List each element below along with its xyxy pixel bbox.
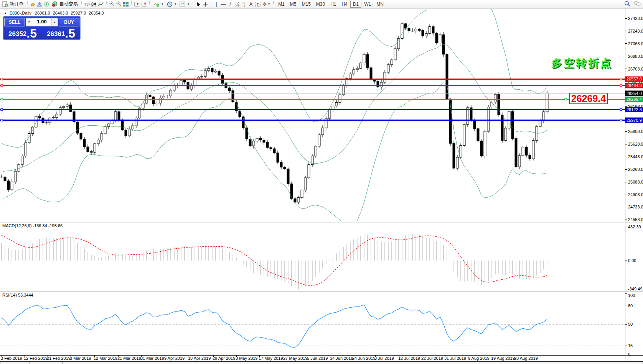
svg-text:27243.0: 27243.0 [628, 29, 643, 33]
mt4-window: { "toolbar": { "new_order_label": "新订单",… [0, 0, 643, 364]
market-watch-icon[interactable] [36, 1, 43, 7]
chart-canvas[interactable]: 27423.027243.027063.026883.026703.026523… [0, 8, 643, 364]
price-callout-box[interactable]: 26269.4 [569, 93, 608, 104]
candlesticks [0, 22, 548, 204]
candlestick-chart-icon[interactable] [91, 1, 97, 7]
svg-text:25808.0: 25808.0 [628, 129, 643, 134]
volume-decrease-button[interactable]: ▼ [26, 18, 32, 26]
svg-text:8 May 2019: 8 May 2019 [236, 356, 257, 361]
svg-text:27 May 2019: 27 May 2019 [283, 356, 308, 361]
svg-text:24 Jun 2019: 24 Jun 2019 [352, 356, 376, 361]
timeframe-button-m5[interactable]: M5 [287, 1, 299, 8]
volume-increase-button[interactable]: ▲ [51, 18, 58, 26]
timeframe-button-h1[interactable]: H1 [328, 1, 339, 8]
svg-text:26464.8: 26464.8 [627, 83, 642, 88]
dropdown-arrow-icon: ▾ [162, 2, 163, 6]
timeframe-button-h4[interactable]: H4 [339, 1, 350, 8]
timeframe-button-m15[interactable]: M15 [299, 1, 313, 8]
macd-axis: 432.390.00-349.49 [625, 225, 642, 291]
svg-text:T: T [257, 2, 259, 6]
chat-icon[interactable] [634, 0, 641, 7]
zoom-in-icon[interactable] [109, 1, 115, 7]
svg-text:17 May 2019: 17 May 2019 [259, 356, 283, 361]
line-handle-left [1, 119, 3, 121]
buy-price[interactable]: 26361.5 [42, 27, 80, 39]
chart-tab[interactable] [30, 362, 63, 364]
line-handle-right [620, 108, 622, 110]
svg-text:28 Aug 2019: 28 Aug 2019 [514, 356, 538, 361]
chart-area: 27423.027243.027063.026883.026703.026523… [0, 8, 643, 364]
ohlc-high: 26403.0 [53, 11, 68, 15]
svg-text:50: 50 [628, 322, 633, 326]
svg-text:3 Mar 2019: 3 Mar 2019 [70, 356, 91, 361]
templates-button[interactable]: ▾ [178, 0, 191, 8]
toolbar-grip [105, 1, 108, 7]
svg-text:0: 0 [628, 352, 630, 357]
sell-button[interactable]: SELL [4, 18, 25, 26]
signals-icon[interactable] [43, 1, 50, 7]
chart-tab[interactable] [63, 362, 643, 364]
price-line-26557.0[interactable]: 26557.0 [0, 76, 643, 82]
ohlc-open: 26001.0 [35, 11, 50, 15]
horizontal-line-tool-icon[interactable]: — [220, 1, 227, 7]
line-chart-icon[interactable] [97, 1, 104, 7]
text-label-tool-icon[interactable]: T [254, 1, 261, 7]
svg-text:12 Feb 2019: 12 Feb 2019 [24, 356, 48, 361]
chart-tab[interactable] [0, 362, 30, 364]
price-line-26464.8[interactable]: 26464.8 [0, 83, 643, 88]
profiles-icon[interactable] [29, 1, 36, 7]
toolbar-grip [209, 1, 212, 7]
buy-price-frac: .5 [65, 28, 75, 39]
timeframe-button-mn[interactable]: MN [374, 1, 386, 8]
tile-windows-icon[interactable] [122, 1, 129, 7]
auto-trading-icon [51, 1, 58, 7]
arrows-tool-button[interactable]: ✥ ▾ [261, 0, 271, 8]
auto-trading-button[interactable]: 自动交易 [50, 0, 79, 8]
channel-tool-icon[interactable]: E [234, 1, 241, 7]
chart-shift-icon[interactable] [134, 1, 140, 7]
svg-text:3 Feb 2019: 3 Feb 2019 [1, 356, 22, 361]
sell-price-frac: .5 [26, 28, 37, 39]
line-handle-right [620, 78, 622, 80]
line-handle-left [1, 108, 3, 110]
svg-text:26122.8: 26122.8 [627, 107, 642, 112]
macd-histogram [2, 234, 547, 289]
svg-text:-349.49: -349.49 [628, 287, 642, 291]
toolbar-grip [80, 1, 83, 7]
line-handle-right [565, 98, 567, 100]
sell-price[interactable]: 26352.5 [3, 27, 42, 39]
cursor-icon[interactable] [195, 1, 202, 7]
trendline-tool-icon[interactable]: / [227, 1, 234, 7]
zoom-out-icon[interactable] [115, 1, 122, 7]
line-handle-right [620, 119, 622, 121]
indicators-button[interactable]: ▾ [152, 0, 165, 8]
new-order-button[interactable]: 新订单 [0, 0, 25, 8]
text-tool-icon[interactable]: A [247, 1, 254, 7]
buy-button[interactable]: BUY [59, 18, 79, 26]
crosshair-icon[interactable] [202, 1, 209, 7]
price-line-25970.9[interactable]: 25970.9 [0, 118, 643, 123]
svg-text:25448.0: 25448.0 [628, 154, 643, 159]
ohlc-low: 25927.0 [71, 11, 86, 15]
svg-text:14 Jun 2019: 14 Jun 2019 [330, 356, 353, 361]
chart-symbol-period: DJ30-,Daily [10, 11, 31, 15]
rsi-axis: 1008050150 [625, 293, 635, 357]
fibonacci-tool-icon[interactable]: F [241, 1, 247, 7]
volume-input[interactable]: 1.00 [32, 18, 51, 26]
vertical-line-tool-icon[interactable]: | [213, 1, 220, 7]
svg-text:12 Jul 2019: 12 Jul 2019 [398, 356, 420, 361]
indicators-icon [153, 1, 160, 7]
arrows-tool-icon: ✥ [263, 2, 267, 7]
timeframe-button-m30[interactable]: M30 [313, 1, 328, 8]
line-handle-right [620, 85, 622, 87]
timeframe-button-d1[interactable]: D1 [350, 1, 361, 8]
sell-price-main: 26352 [8, 29, 26, 39]
search-icon[interactable] [624, 0, 631, 7]
dropdown-arrow-icon: ▾ [188, 2, 189, 6]
timeframe-button-w1[interactable]: W1 [361, 1, 374, 8]
timeframe-button-m1[interactable]: M1 [275, 1, 287, 8]
bar-chart-icon[interactable] [84, 1, 91, 7]
collapse-triangle-icon[interactable]: ▲ [4, 11, 7, 15]
auto-scroll-icon[interactable] [140, 1, 147, 7]
periods-button[interactable]: ▾ [165, 0, 178, 8]
